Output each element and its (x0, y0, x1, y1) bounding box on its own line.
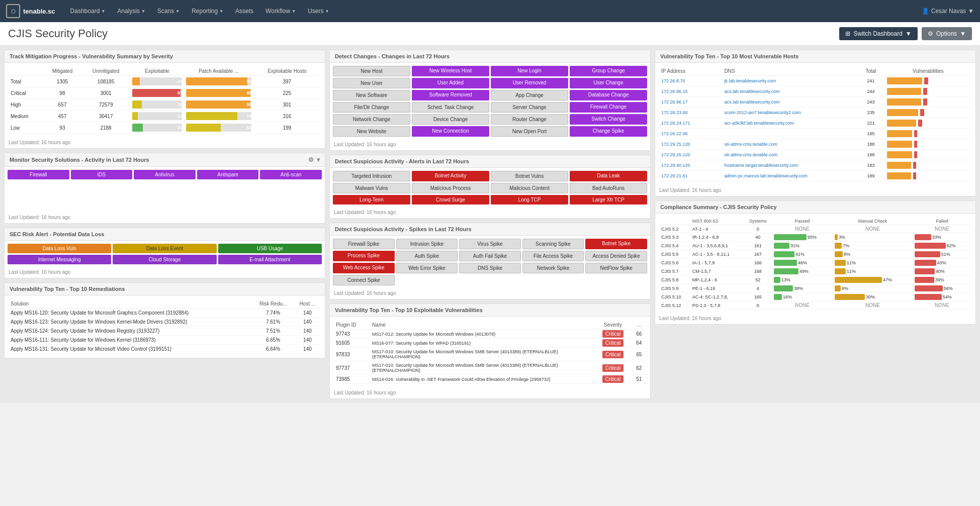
mitigation-row: Low 93 2188 21% 53% 199 (9, 122, 321, 134)
alert-item[interactable]: Long-Term (333, 195, 410, 205)
spike-item[interactable]: Auth Spike (396, 251, 458, 261)
monitor-item[interactable]: Anti-scan (260, 170, 322, 179)
detect-change-item[interactable]: Database Change (570, 90, 647, 100)
spike-item[interactable]: NetFlow Spike (585, 263, 647, 273)
detect-change-item[interactable]: Group Change (570, 66, 647, 76)
spike-item[interactable]: Scanning Spike (522, 239, 584, 249)
detect-change-item[interactable]: Sched. Task Change (412, 102, 489, 113)
alert-item[interactable]: Malware Vulns (333, 183, 410, 193)
alert-item[interactable]: Malicious Content (491, 183, 568, 193)
detect-change-item[interactable]: New Host (333, 66, 410, 76)
detect-change-item[interactable]: Server Change (491, 102, 568, 113)
detect-change-item[interactable]: New Wireless Host (412, 66, 489, 76)
detect-change-item[interactable]: Network Change (333, 114, 410, 125)
spike-item[interactable]: Botnet Spike (585, 239, 647, 249)
spike-item[interactable]: Virus Spike (459, 239, 521, 249)
monitor-item[interactable]: IDS (71, 170, 133, 179)
col-header-unmitigated: Unmitigated (81, 67, 130, 76)
detect-change-item[interactable]: New Software (333, 90, 410, 100)
mitigation-exploitable: 19% (130, 99, 184, 111)
mitigation-patch: 99% (184, 99, 253, 111)
nav-analysis[interactable]: Analysis ▼ (112, 6, 150, 17)
detect-change-item[interactable]: User Change (570, 78, 647, 88)
spike-item[interactable]: Auth Fail Spike (459, 251, 521, 261)
detect-change-item[interactable]: User Removed (491, 78, 568, 88)
comp-failed-cell: 39% (913, 276, 971, 284)
alert-item[interactable]: Data Leak (570, 171, 647, 181)
alert-item[interactable]: Crowd Surge (412, 195, 489, 205)
spike-item[interactable]: File Access Spike (522, 251, 584, 261)
spike-item[interactable]: Access Denied Spike (585, 251, 647, 261)
detect-change-item[interactable]: New Connection (412, 126, 489, 137)
detect-change-item[interactable]: Device Change (412, 114, 489, 125)
compliance-row: CJIS 5.7 CM-1,5,7 168 49% 11% 40% (659, 267, 971, 276)
alert-item[interactable]: Botnet Vulns (491, 171, 568, 181)
compliance-row: CJIS 5.12 PS-1,3 - 5,7,8 0 NONE NONE NON… (659, 301, 971, 310)
nav-dashboard[interactable]: Dashboard ▼ (65, 6, 111, 17)
detect-change-item[interactable]: App Change (491, 90, 568, 100)
nav-reporting[interactable]: Reporting ▼ (187, 6, 228, 17)
detect-change-item[interactable]: Switch Change (570, 114, 647, 125)
monitor-gear-icon[interactable]: ⚙ (308, 156, 314, 163)
detect-change-item[interactable]: New User (333, 78, 410, 88)
detect-change-item[interactable]: New Login (491, 66, 568, 76)
spike-item[interactable]: Web Access Spike (333, 263, 395, 273)
sec-risk-item[interactable]: E-mail Attachment (218, 255, 322, 264)
spike-item[interactable]: Firewall Spike (333, 239, 395, 249)
nav-assets[interactable]: Assets (230, 6, 258, 17)
detect-change-item[interactable]: File/Dir Change (333, 102, 410, 113)
switch-dashboard-button[interactable]: ⊞ Switch Dashboard ▼ (839, 27, 917, 40)
sec-risk-item[interactable]: USB Usage (218, 244, 322, 253)
alert-item[interactable]: Large Xfr TCP (570, 195, 647, 205)
monitor-expand-icon[interactable]: ▾ (317, 156, 320, 163)
comp-nist: PE-1 - 6,16 (690, 284, 744, 293)
comp-manual-cell: 6% (833, 284, 913, 293)
sec-risk-item[interactable]: Internet Messaging (8, 255, 111, 264)
nav-scans[interactable]: Scans ▼ (152, 6, 185, 17)
user-menu[interactable]: 👤 Cesar Navas ▼ (922, 8, 974, 15)
header-actions: ⊞ Switch Dashboard ▼ ⚙ Options ▼ (839, 27, 972, 40)
mitigation-hosts: 199 (253, 122, 321, 134)
user-icon: 👤 (922, 8, 929, 15)
detect-change-item[interactable]: Firewall Change (570, 102, 647, 113)
detect-change-item[interactable]: New Open Port (491, 126, 568, 137)
alert-item[interactable]: Malicious Process (412, 183, 489, 193)
alert-item[interactable]: Bad AutoRuns (570, 183, 647, 193)
comp-systems: 52 (744, 276, 772, 284)
detect-change-item[interactable]: Router Change (491, 114, 568, 125)
spike-item[interactable]: DNS Spike (459, 263, 521, 273)
comp-systems: 0 (744, 301, 772, 310)
options-button[interactable]: ⚙ Options ▼ (922, 27, 972, 40)
nav-workflow[interactable]: Workflow ▼ (260, 6, 301, 17)
remediation-solution: Apply MS16-123: Security Update for Wind… (9, 318, 252, 327)
monitor-item[interactable]: Antispam (197, 170, 259, 179)
spike-item[interactable]: Intrusion Spike (396, 239, 458, 249)
comp-nist: CM-1,5,7 (690, 267, 744, 276)
spike-item[interactable]: Connect Spike (333, 275, 395, 285)
sec-risk-item[interactable]: Data Loss Vuln (8, 244, 111, 253)
remediation-row: Apply MS16-120: Security Update for Micr… (9, 309, 321, 318)
detect-change-item[interactable]: Change Spike (570, 126, 647, 137)
mitigation-unmitigated: 2188 (81, 122, 130, 134)
nav-users[interactable]: Users ▼ (303, 6, 334, 17)
detect-change-item[interactable]: Software Removed (412, 90, 489, 100)
comp-failed-cell: 62% (913, 242, 971, 250)
sec-risk-item[interactable]: Data Loss Event (113, 244, 216, 253)
spike-item[interactable]: Web Error Spike (396, 263, 458, 273)
alert-item[interactable]: Botnet Activity (412, 171, 489, 181)
monitor-item[interactable]: Firewall (8, 170, 69, 179)
spike-item[interactable]: Process Spike (333, 251, 395, 261)
brand[interactable]: ⬡ tenable.sc (6, 4, 55, 18)
comp-failed-label: 51% (941, 252, 950, 257)
remediation-solution: Apply MS16-111: Security Update for Wind… (9, 336, 252, 345)
monitor-item[interactable]: Antivirus (134, 170, 196, 179)
comp-passed-bar (774, 251, 794, 257)
exploit-plugin: 97737 (334, 361, 370, 375)
comp-systems: 167 (744, 250, 772, 259)
sec-risk-item[interactable]: Cloud Storage (113, 255, 216, 264)
alert-item[interactable]: Long TCP (491, 195, 568, 205)
spike-item[interactable]: Network Spike (522, 263, 584, 273)
alert-item[interactable]: Targeted Intrusion (333, 171, 410, 181)
detect-change-item[interactable]: User Added (412, 78, 489, 88)
detect-change-item[interactable]: New Website (333, 126, 410, 137)
